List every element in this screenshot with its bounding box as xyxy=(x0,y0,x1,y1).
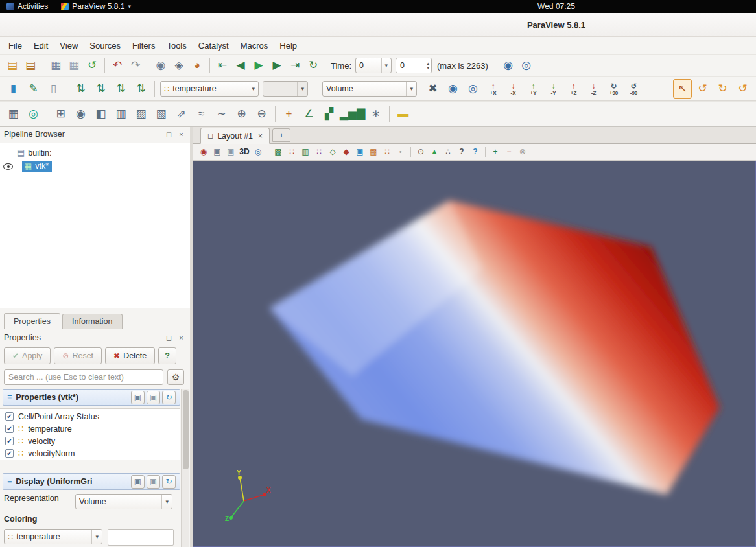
coloring-array-combo[interactable]: ∷ temperature ▾ xyxy=(4,529,102,544)
properties-scrollbar[interactable] xyxy=(181,389,189,547)
select-cells-through-icon[interactable]: ▥ xyxy=(300,146,311,158)
app-menu-button[interactable]: ParaView 5.8.1 ▾ xyxy=(54,0,137,13)
interactive-select-cells-icon[interactable]: ▩ xyxy=(368,146,379,158)
plot-selection-icon[interactable]: ▞ xyxy=(320,104,338,124)
copy-properties-icon[interactable]: ▣ xyxy=(131,475,145,489)
toggle-2d3d-icon[interactable]: 3D xyxy=(239,146,250,158)
activities-button[interactable]: Activities xyxy=(0,0,54,13)
pipeline-item-vtk[interactable]: ▦ vtk* xyxy=(0,159,190,173)
extract-subset-icon[interactable]: ▧ xyxy=(152,104,171,124)
grow-selection-icon[interactable]: + xyxy=(490,146,501,158)
save-data-icon[interactable]: ▤ xyxy=(22,57,39,74)
rescale-custom-range-icon[interactable]: ⇅ xyxy=(91,79,110,99)
checkbox-checked-icon[interactable]: ✔ xyxy=(5,412,14,421)
undock-icon[interactable]: ◻ xyxy=(164,333,174,343)
camera-roll-cw-icon[interactable]: ↻ xyxy=(713,79,732,99)
search-input[interactable] xyxy=(4,369,163,385)
display-section-header[interactable]: ≡ Display (UniformGri ▣▣↻ xyxy=(3,473,180,490)
view-minus-x-icon[interactable]: ↓-X xyxy=(504,79,523,99)
array-row-velocity[interactable]: ✔ ∷ velocity xyxy=(5,435,180,447)
scrollbar-handle[interactable] xyxy=(183,390,189,469)
layout-tab[interactable]: ◻ Layout #1 × xyxy=(200,128,270,144)
array-row-temperature[interactable]: ✔ ∷ temperature xyxy=(5,423,180,435)
reset-defaults-icon[interactable]: ↻ xyxy=(162,475,176,489)
selected-pipeline-item[interactable]: ▦ vtk* xyxy=(22,161,52,172)
catalyst-connect-icon[interactable]: ◈ xyxy=(171,57,187,74)
pick-center-icon[interactable]: ⊙ xyxy=(415,146,427,158)
loop-icon[interactable]: ↻ xyxy=(305,57,322,74)
rescale-visible-range-icon[interactable]: ⇅ xyxy=(132,79,150,99)
undock-icon[interactable]: ◻ xyxy=(164,130,174,139)
spin-down-icon[interactable]: ▾ xyxy=(427,65,430,70)
time-combo[interactable]: 0 ▾ xyxy=(355,58,392,73)
redo-icon[interactable]: ↷ xyxy=(127,57,144,74)
visibility-eye-icon[interactable] xyxy=(3,163,13,170)
coloring-component-combo[interactable] xyxy=(108,529,174,546)
reset-center-icon[interactable]: ▲ xyxy=(429,146,440,158)
reset-camera-icon[interactable]: ✖ xyxy=(423,79,442,99)
extract-group-icon[interactable]: ⊖ xyxy=(252,104,271,124)
edit-selection-icon[interactable]: ? xyxy=(469,146,481,158)
rotate-90-ccw-icon[interactable]: ↺-90 xyxy=(624,79,643,99)
apply-button[interactable]: ✔ Apply xyxy=(4,347,51,364)
paste-properties-icon[interactable]: ▣ xyxy=(147,475,160,489)
glyph-sphere-icon[interactable]: ◎ xyxy=(24,104,43,124)
menu-view[interactable]: View xyxy=(54,38,84,53)
ruler-icon[interactable]: ▬ xyxy=(394,104,412,124)
show-center-axes-icon[interactable]: ∴ xyxy=(442,146,454,158)
view-plus-x-icon[interactable]: ↑+X xyxy=(484,79,502,99)
hover-points-icon[interactable]: ◦ xyxy=(395,146,407,158)
spinner-buttons[interactable]: ▴ ▾ xyxy=(425,58,432,73)
zoom-to-box-icon[interactable]: ◎ xyxy=(252,146,264,158)
properties-section-header[interactable]: ≡ Properties (vtk*) ▣▣↻ xyxy=(3,389,180,406)
reset-session-icon[interactable]: ↺ xyxy=(84,57,100,74)
frame-spinbox[interactable]: 0 ▴ ▾ xyxy=(396,58,432,73)
tab-information[interactable]: Information xyxy=(62,314,123,329)
capture-screenshot-icon[interactable]: ▣ xyxy=(211,146,223,158)
undo-icon[interactable]: ↶ xyxy=(109,57,126,74)
next-frame-icon[interactable]: ▶ xyxy=(268,57,285,74)
edit-color-map-icon[interactable]: ✎ xyxy=(24,79,43,99)
rotate-90-cw-icon[interactable]: ↻+90 xyxy=(604,79,623,99)
representation-combo[interactable]: Volume ▾ xyxy=(322,81,417,97)
menu-tools[interactable]: Tools xyxy=(161,38,192,53)
last-frame-icon[interactable]: ⇥ xyxy=(287,57,303,74)
menu-edit[interactable]: Edit xyxy=(28,38,54,53)
histogram-icon[interactable]: ▂▅▇ xyxy=(340,104,365,124)
use-separate-color-map-icon[interactable]: ▯ xyxy=(44,79,63,99)
render-view-3d[interactable]: Y X Z xyxy=(193,161,756,547)
pipeline-item-builtin[interactable]: ▤ builtin: xyxy=(0,146,190,159)
camera-orbit-icon[interactable]: ↺ xyxy=(693,79,712,99)
select-cells-polygon-icon[interactable]: ◇ xyxy=(327,146,338,158)
save-screenshot-icon[interactable]: ▣ xyxy=(225,146,237,158)
pipeline-browser[interactable]: ▤ builtin: ▦ vtk* xyxy=(0,143,190,308)
camera-roll-ccw-icon[interactable]: ↺ xyxy=(733,79,752,99)
color-palette-icon[interactable]: ◕ xyxy=(189,57,206,74)
zoom-to-data-camera-icon[interactable]: ◉ xyxy=(443,79,462,99)
threshold-icon[interactable]: ▨ xyxy=(132,104,150,124)
contour-icon[interactable]: ◉ xyxy=(71,104,90,124)
menu-catalyst[interactable]: Catalyst xyxy=(193,38,235,53)
slice-icon[interactable]: ▥ xyxy=(112,104,130,124)
array-status-row[interactable]: ✔ Cell/Point Array Status xyxy=(5,410,180,423)
menu-sources[interactable]: Sources xyxy=(84,38,126,53)
menu-macros[interactable]: Macros xyxy=(235,38,274,53)
interactive-select-points-icon[interactable]: ∷ xyxy=(381,146,393,158)
glyph-filter-icon[interactable]: ⇗ xyxy=(172,104,191,124)
interaction-mode-icon[interactable]: ↖ xyxy=(673,79,692,99)
auto-apply-icon[interactable]: ◉ xyxy=(152,57,169,74)
rescale-temporal-range-icon[interactable]: ⇅ xyxy=(112,79,130,99)
warp-icon[interactable]: ∼ xyxy=(212,104,231,124)
plot-over-line-icon[interactable]: ∠ xyxy=(300,104,318,124)
first-frame-icon[interactable]: ⇤ xyxy=(214,57,231,74)
play-icon[interactable]: ▶ xyxy=(250,57,267,74)
search-options-button[interactable]: ⚙ xyxy=(167,369,184,385)
python-calculator-icon[interactable]: ∗ xyxy=(366,104,385,124)
checkbox-checked-icon[interactable]: ✔ xyxy=(5,449,14,458)
select-cells-on-icon[interactable]: ▩ xyxy=(272,146,284,158)
clock[interactable]: Wed 07:25 xyxy=(537,2,575,11)
reset-defaults-icon[interactable]: ↻ xyxy=(162,391,176,404)
add-layout-tab[interactable]: + xyxy=(272,128,290,142)
select-points-through-icon[interactable]: ∷ xyxy=(313,146,325,158)
paste-properties-icon[interactable]: ▣ xyxy=(147,391,160,404)
